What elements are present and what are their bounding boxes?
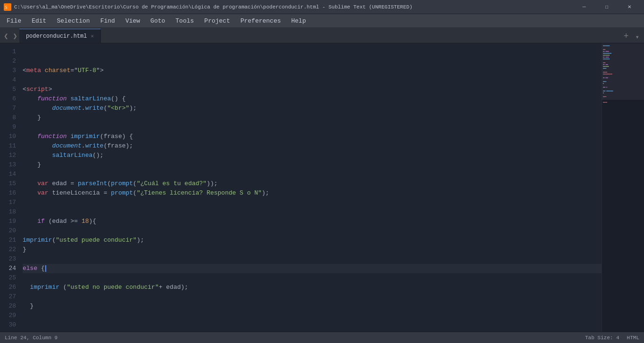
close-button[interactable]: ✕ (619, 0, 640, 14)
line-num-9: 9 (0, 122, 16, 132)
menu-selection[interactable]: Selection (52, 16, 94, 26)
line-num-26: 26 (0, 283, 16, 292)
code-line-16: var tieneLicencia = prompt("¿Tienes lice… (23, 188, 602, 198)
line-num-21: 21 (0, 236, 16, 245)
code-line-20 (23, 226, 602, 236)
code-line-28: } (23, 302, 602, 311)
menu-goto[interactable]: Goto (146, 16, 170, 26)
code-line-19: if (edad >= 18){ (23, 217, 602, 226)
code-line-5: <script> (23, 85, 602, 94)
svg-text:S: S (5, 5, 8, 10)
code-line-8: } (23, 113, 602, 122)
minimize-button[interactable]: ─ (573, 0, 595, 14)
line-num-7: 7 (0, 104, 16, 113)
code-line-24: else { (23, 264, 602, 273)
line-numbers: 1 2 3 4 5 6 7 8 9 10 11 12 13 14 15 16 1… (0, 43, 21, 332)
menu-project[interactable]: Project (199, 16, 235, 26)
line-num-18: 18 (0, 207, 16, 217)
code-line-18 (23, 207, 602, 217)
line-num-27: 27 (0, 292, 16, 302)
menu-find[interactable]: Find (96, 16, 120, 26)
line-num-24: 24 (0, 264, 16, 273)
line-num-14: 14 (0, 170, 16, 179)
tab-nav-left[interactable]: ❮ ❯ (2, 30, 19, 43)
code-line-21: imprimir("usted puede conducir"); (23, 236, 602, 245)
line-num-10: 10 (0, 132, 16, 141)
menu-help[interactable]: Help (287, 16, 311, 26)
line-num-15: 15 (0, 179, 16, 188)
status-right: Tab Size: 4 HTML (585, 335, 639, 341)
code-line-15: var edad = parseInt(prompt("¿Cuál es tu … (23, 179, 602, 188)
code-line-12: saltarLinea(); (23, 151, 602, 160)
menu-edit[interactable]: Edit (27, 16, 51, 26)
code-line-27 (23, 292, 602, 302)
code-line-31 (23, 330, 602, 332)
minimap-viewport (602, 43, 644, 100)
line-num-22: 22 (0, 245, 16, 254)
code-line-29 (23, 311, 602, 320)
code-line-7: document.write("<br>"); (23, 104, 602, 113)
code-line-3: <meta charset="UTF-8"> (23, 66, 602, 75)
menu-bar: File Edit Selection Find View Goto Tools… (0, 14, 644, 27)
tab-close-icon[interactable]: ✕ (91, 33, 94, 39)
tab-menu-button[interactable]: ▾ (633, 31, 642, 43)
code-line-14 (23, 170, 602, 179)
line-num-8: 8 (0, 113, 16, 122)
app-icon: S (4, 3, 11, 11)
line-num-5: 5 (0, 85, 16, 94)
tab-add-button[interactable]: + (620, 30, 633, 43)
line-num-19: 19 (0, 217, 16, 226)
tab-label: poderconducir.html (26, 33, 87, 40)
title-text: C:\Users\al_ma\OneDrive\Escritorio\Curso… (14, 4, 413, 10)
tab-bar: ❮ ❯ poderconducir.html ✕ + ▾ (0, 27, 644, 43)
status-bar: Line 24, Column 9 Tab Size: 4 HTML (0, 332, 644, 343)
line-num-17: 17 (0, 198, 16, 207)
maximize-button[interactable]: □ (596, 0, 618, 14)
menu-preferences[interactable]: Preferences (236, 16, 286, 26)
line-num-6: 6 (0, 94, 16, 104)
language-mode[interactable]: HTML (627, 335, 639, 341)
line-num-4: 4 (0, 75, 16, 85)
code-line-4 (23, 75, 602, 85)
code-line-11: document.write(frase); (23, 141, 602, 151)
line-num-1: 1 (0, 47, 16, 57)
line-num-2: 2 (0, 57, 16, 66)
code-line-30 (23, 320, 602, 330)
line-num-12: 12 (0, 151, 16, 160)
line-num-28: 28 (0, 302, 16, 311)
line-num-25: 25 (0, 273, 16, 283)
line-num-23: 23 (0, 254, 16, 264)
code-line-23 (23, 254, 602, 264)
status-left: Line 24, Column 9 (5, 335, 58, 341)
code-line-13: } (23, 160, 602, 170)
window-controls: ─ □ ✕ (573, 0, 640, 14)
menu-view[interactable]: View (121, 16, 145, 26)
line-num-3: 3 (0, 66, 16, 75)
editor: 1 2 3 4 5 6 7 8 9 10 11 12 13 14 15 16 1… (0, 43, 644, 332)
code-line-9 (23, 122, 602, 132)
title-bar-left: S C:\Users\al_ma\OneDrive\Escritorio\Cur… (4, 3, 413, 11)
code-line-26: imprimir ("usted no puede conducir"+ eda… (23, 283, 602, 292)
menu-tools[interactable]: Tools (171, 16, 198, 26)
line-num-16: 16 (0, 188, 16, 198)
code-line-25 (23, 273, 602, 283)
title-bar: S C:\Users\al_ma\OneDrive\Escritorio\Cur… (0, 0, 644, 14)
tab-poderconducir[interactable]: poderconducir.html ✕ (19, 29, 101, 43)
code-line-1 (23, 47, 602, 57)
line-num-29: 29 (0, 311, 16, 320)
line-num-20: 20 (0, 226, 16, 236)
line-num-13: 13 (0, 160, 16, 170)
code-line-10: function imprimir(frase) { (23, 132, 602, 141)
tab-size[interactable]: Tab Size: 4 (585, 335, 619, 341)
line-num-30: 30 (0, 320, 16, 330)
line-num-31: 31 (0, 330, 16, 332)
minimap: ■■■■■■■■ ■■■ ■■ ■■■■ ■■■■■■■■■■ ■■■■■■■■… (602, 43, 644, 332)
code-line-17 (23, 198, 602, 207)
code-line-6: function saltarLinea() { (23, 94, 602, 104)
line-num-11: 11 (0, 141, 16, 151)
code-line-2 (23, 57, 602, 66)
code-content[interactable]: <meta charset="UTF-8"> <script> function… (21, 43, 602, 332)
menu-file[interactable]: File (2, 16, 26, 26)
cursor-position: Line 24, Column 9 (5, 335, 58, 341)
code-line-22: } (23, 245, 602, 254)
